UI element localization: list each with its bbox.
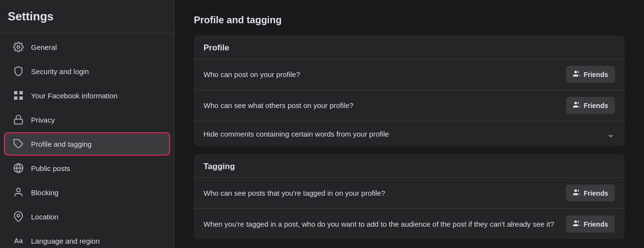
setting-label-who-can-see-others-post: Who can see what others post on your pro… xyxy=(204,101,558,109)
setting-row-hide-comments: Hide comments containing certain words f… xyxy=(194,121,625,146)
page-title: Profile and tagging xyxy=(194,15,625,26)
svg-rect-4 xyxy=(19,96,23,100)
setting-row-who-can-see-others-post: Who can see what others post on your pro… xyxy=(194,90,625,121)
facebook-info-icon xyxy=(12,89,25,102)
sidebar-item-label-profile-tagging: Profile and tagging xyxy=(31,140,92,148)
sidebar-item-label-facebook-info: Your Facebook information xyxy=(31,92,118,100)
general-icon xyxy=(12,40,25,54)
svg-point-9 xyxy=(16,188,20,192)
btn-text-who-can-see-others-post: Friends xyxy=(583,102,608,109)
svg-rect-1 xyxy=(14,91,17,94)
sidebar-title: Settings xyxy=(0,10,174,31)
sidebar-item-facebook-info[interactable]: Your Facebook information xyxy=(4,84,170,107)
svg-rect-3 xyxy=(14,96,17,100)
setting-label-tagged-audience: When you're tagged in a post, who do you… xyxy=(204,220,558,228)
sidebar-divider xyxy=(0,33,174,33)
setting-btn-who-can-see-tagged[interactable]: Friends xyxy=(566,185,615,202)
setting-row-who-can-post: Who can post on your profile?Friends xyxy=(194,59,625,90)
section-title-profile: Profile xyxy=(194,35,625,59)
btn-text-tagged-audience: Friends xyxy=(583,220,608,228)
sidebar-items-container: GeneralSecurity and loginYour Facebook i… xyxy=(0,35,174,248)
section-title-tagging: Tagging xyxy=(194,154,625,177)
sidebar-item-general[interactable]: General xyxy=(4,35,170,59)
sidebar-item-label-privacy: Privacy xyxy=(31,116,55,124)
sections-container: ProfileWho can post on your profile?Frie… xyxy=(194,35,625,239)
friends-icon xyxy=(573,70,581,79)
public-posts-icon xyxy=(12,161,25,175)
svg-rect-2 xyxy=(19,91,23,94)
chevron-down-icon[interactable]: ⌄ xyxy=(607,128,615,140)
svg-point-13 xyxy=(575,102,577,104)
privacy-icon xyxy=(12,113,25,126)
location-icon xyxy=(12,210,25,223)
setting-btn-who-can-see-others-post[interactable]: Friends xyxy=(566,97,615,114)
sidebar-item-security[interactable]: Security and login xyxy=(4,60,170,83)
btn-text-who-can-post: Friends xyxy=(583,71,608,78)
setting-label-hide-comments: Hide comments containing certain words f… xyxy=(204,130,599,138)
setting-btn-tagged-audience[interactable]: Friends xyxy=(566,216,615,232)
svg-point-10 xyxy=(17,214,20,217)
section-tagging: TaggingWho can see posts that you're tag… xyxy=(194,154,625,239)
svg-point-0 xyxy=(17,46,20,48)
svg-point-15 xyxy=(575,220,577,223)
sidebar-item-label-blocking: Blocking xyxy=(31,188,59,197)
sidebar-item-label-language: Language and region xyxy=(31,237,100,245)
sidebar-item-label-public-posts: Public posts xyxy=(31,164,70,172)
sidebar-item-blocking[interactable]: Blocking xyxy=(4,181,170,204)
friends-icon xyxy=(573,188,581,198)
setting-row-who-can-see-tagged: Who can see posts that you're tagged in … xyxy=(194,177,625,208)
blocking-icon xyxy=(12,186,25,199)
btn-text-who-can-see-tagged: Friends xyxy=(583,189,608,197)
profile-tagging-icon xyxy=(12,137,25,151)
sidebar: Settings GeneralSecurity and loginYour F… xyxy=(0,0,174,248)
sidebar-item-profile-tagging[interactable]: Profile and tagging xyxy=(4,132,170,155)
setting-label-who-can-see-tagged: Who can see posts that you're tagged in … xyxy=(204,189,558,197)
sidebar-item-public-posts[interactable]: Public posts xyxy=(4,156,170,180)
setting-label-who-can-post: Who can post on your profile? xyxy=(204,70,558,78)
sidebar-item-label-security: Security and login xyxy=(31,67,89,76)
main-content: Profile and tagging ProfileWho can post … xyxy=(174,0,644,248)
sidebar-item-location[interactable]: Location xyxy=(4,205,170,228)
section-profile: ProfileWho can post on your profile?Frie… xyxy=(194,35,625,146)
sidebar-item-label-location: Location xyxy=(31,213,59,221)
friends-icon xyxy=(573,219,581,229)
svg-point-12 xyxy=(575,71,577,73)
setting-row-tagged-audience: When you're tagged in a post, who do you… xyxy=(194,208,625,239)
svg-point-14 xyxy=(575,189,577,192)
sidebar-item-privacy[interactable]: Privacy xyxy=(4,108,170,131)
sidebar-item-label-general: General xyxy=(31,43,57,51)
svg-rect-5 xyxy=(15,119,23,124)
security-icon xyxy=(12,64,25,78)
language-icon: Aa xyxy=(12,234,25,248)
setting-btn-who-can-post[interactable]: Friends xyxy=(566,66,615,83)
sidebar-item-language[interactable]: AaLanguage and region xyxy=(4,229,170,248)
friends-icon xyxy=(573,101,581,110)
